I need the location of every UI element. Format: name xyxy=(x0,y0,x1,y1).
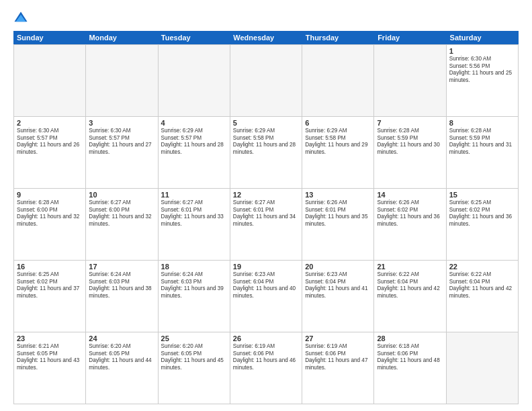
calendar-row-1: 2Sunrise: 6:30 AM Sunset: 5:57 PM Daylig… xyxy=(14,117,519,189)
day-info: Sunrise: 6:22 AM Sunset: 6:04 PM Dayligh… xyxy=(377,271,443,300)
calendar-cell: 18Sunrise: 6:24 AM Sunset: 6:03 PM Dayli… xyxy=(159,261,230,332)
day-number: 23 xyxy=(17,334,83,342)
day-number: 13 xyxy=(305,191,371,199)
day-info: Sunrise: 6:30 AM Sunset: 5:57 PM Dayligh… xyxy=(17,128,83,156)
calendar-row-2: 9Sunrise: 6:28 AM Sunset: 6:00 PM Daylig… xyxy=(14,189,519,261)
day-info: Sunrise: 6:19 AM Sunset: 6:06 PM Dayligh… xyxy=(233,343,299,372)
calendar-cell xyxy=(302,45,374,116)
calendar-cell: 12Sunrise: 6:27 AM Sunset: 6:01 PM Dayli… xyxy=(230,189,302,260)
calendar-cell: 19Sunrise: 6:23 AM Sunset: 6:04 PM Dayli… xyxy=(230,261,302,332)
day-number: 22 xyxy=(449,263,515,271)
day-number: 25 xyxy=(161,334,227,342)
calendar-cell xyxy=(447,332,519,404)
day-info: Sunrise: 6:28 AM Sunset: 6:00 PM Dayligh… xyxy=(17,199,83,228)
day-number: 8 xyxy=(449,119,515,127)
calendar-cell: 20Sunrise: 6:23 AM Sunset: 6:04 PM Dayli… xyxy=(302,261,374,332)
header-day-tuesday: Tuesday xyxy=(158,31,230,44)
day-number: 14 xyxy=(377,191,443,199)
calendar-cell: 21Sunrise: 6:22 AM Sunset: 6:04 PM Dayli… xyxy=(374,261,446,332)
day-info: Sunrise: 6:30 AM Sunset: 5:57 PM Dayligh… xyxy=(89,128,154,156)
calendar-cell: 8Sunrise: 6:28 AM Sunset: 5:59 PM Daylig… xyxy=(447,117,519,188)
calendar-cell: 23Sunrise: 6:21 AM Sunset: 6:05 PM Dayli… xyxy=(14,332,86,404)
day-number: 3 xyxy=(89,119,154,127)
day-info: Sunrise: 6:20 AM Sunset: 6:05 PM Dayligh… xyxy=(161,343,227,372)
day-info: Sunrise: 6:26 AM Sunset: 6:02 PM Dayligh… xyxy=(377,199,443,228)
day-info: Sunrise: 6:25 AM Sunset: 6:02 PM Dayligh… xyxy=(17,271,83,300)
calendar-cell: 13Sunrise: 6:26 AM Sunset: 6:01 PM Dayli… xyxy=(302,189,374,260)
day-info: Sunrise: 6:30 AM Sunset: 5:56 PM Dayligh… xyxy=(449,56,515,85)
logo-icon xyxy=(13,11,28,26)
day-info: Sunrise: 6:26 AM Sunset: 6:01 PM Dayligh… xyxy=(305,199,371,228)
calendar-body: 1Sunrise: 6:30 AM Sunset: 5:56 PM Daylig… xyxy=(13,44,519,404)
calendar-header: SundayMondayTuesdayWednesdayThursdayFrid… xyxy=(13,31,519,44)
day-number: 28 xyxy=(377,334,443,342)
day-number: 12 xyxy=(233,191,299,199)
calendar-cell: 26Sunrise: 6:19 AM Sunset: 6:06 PM Dayli… xyxy=(230,332,302,404)
day-number: 7 xyxy=(377,119,443,127)
day-number: 10 xyxy=(89,191,154,199)
calendar-cell xyxy=(374,45,446,116)
day-number: 21 xyxy=(377,263,443,271)
day-number: 24 xyxy=(89,334,154,342)
day-info: Sunrise: 6:18 AM Sunset: 6:06 PM Dayligh… xyxy=(377,343,443,372)
calendar-cell: 5Sunrise: 6:29 AM Sunset: 5:58 PM Daylig… xyxy=(230,117,302,188)
calendar-cell: 15Sunrise: 6:25 AM Sunset: 6:02 PM Dayli… xyxy=(447,189,519,260)
calendar-cell: 4Sunrise: 6:29 AM Sunset: 5:57 PM Daylig… xyxy=(159,117,230,188)
day-number: 6 xyxy=(305,119,371,127)
day-info: Sunrise: 6:22 AM Sunset: 6:04 PM Dayligh… xyxy=(449,271,515,300)
calendar-cell xyxy=(14,45,86,116)
day-number: 2 xyxy=(17,119,83,127)
calendar-cell: 16Sunrise: 6:25 AM Sunset: 6:02 PM Dayli… xyxy=(14,261,86,332)
calendar-cell: 28Sunrise: 6:18 AM Sunset: 6:06 PM Dayli… xyxy=(374,332,446,404)
day-info: Sunrise: 6:29 AM Sunset: 5:58 PM Dayligh… xyxy=(305,128,371,156)
calendar-row-3: 16Sunrise: 6:25 AM Sunset: 6:02 PM Dayli… xyxy=(14,261,519,332)
day-info: Sunrise: 6:27 AM Sunset: 6:01 PM Dayligh… xyxy=(233,199,299,228)
calendar-cell: 14Sunrise: 6:26 AM Sunset: 6:02 PM Dayli… xyxy=(374,189,446,260)
calendar-cell xyxy=(86,45,158,116)
day-number: 20 xyxy=(305,263,371,271)
day-number: 9 xyxy=(17,191,83,199)
header-day-thursday: Thursday xyxy=(302,31,374,44)
calendar-row-0: 1Sunrise: 6:30 AM Sunset: 5:56 PM Daylig… xyxy=(14,45,519,117)
day-info: Sunrise: 6:23 AM Sunset: 6:04 PM Dayligh… xyxy=(305,271,371,300)
page: SundayMondayTuesdayWednesdayThursdayFrid… xyxy=(0,0,532,411)
calendar-cell: 7Sunrise: 6:28 AM Sunset: 5:59 PM Daylig… xyxy=(374,117,446,188)
header-day-friday: Friday xyxy=(374,31,446,44)
header-day-sunday: Sunday xyxy=(13,31,85,44)
day-number: 26 xyxy=(233,334,299,342)
day-number: 4 xyxy=(161,119,227,127)
day-number: 18 xyxy=(161,263,227,271)
day-info: Sunrise: 6:25 AM Sunset: 6:02 PM Dayligh… xyxy=(449,199,515,228)
header-day-saturday: Saturday xyxy=(447,31,519,44)
calendar-cell: 3Sunrise: 6:30 AM Sunset: 5:57 PM Daylig… xyxy=(86,117,158,188)
logo xyxy=(13,11,30,26)
day-info: Sunrise: 6:29 AM Sunset: 5:57 PM Dayligh… xyxy=(161,128,227,156)
calendar-cell: 1Sunrise: 6:30 AM Sunset: 5:56 PM Daylig… xyxy=(447,45,519,116)
day-number: 19 xyxy=(233,263,299,271)
calendar-cell xyxy=(159,45,230,116)
calendar-cell: 25Sunrise: 6:20 AM Sunset: 6:05 PM Dayli… xyxy=(159,332,230,404)
day-info: Sunrise: 6:28 AM Sunset: 5:59 PM Dayligh… xyxy=(377,128,443,156)
calendar-cell: 22Sunrise: 6:22 AM Sunset: 6:04 PM Dayli… xyxy=(447,261,519,332)
header-day-monday: Monday xyxy=(85,31,157,44)
calendar-cell: 9Sunrise: 6:28 AM Sunset: 6:00 PM Daylig… xyxy=(14,189,86,260)
day-info: Sunrise: 6:23 AM Sunset: 6:04 PM Dayligh… xyxy=(233,271,299,300)
day-info: Sunrise: 6:27 AM Sunset: 6:00 PM Dayligh… xyxy=(89,199,154,228)
calendar-cell: 2Sunrise: 6:30 AM Sunset: 5:57 PM Daylig… xyxy=(14,117,86,188)
day-info: Sunrise: 6:24 AM Sunset: 6:03 PM Dayligh… xyxy=(89,271,154,300)
day-info: Sunrise: 6:28 AM Sunset: 5:59 PM Dayligh… xyxy=(449,128,515,156)
calendar: SundayMondayTuesdayWednesdayThursdayFrid… xyxy=(13,31,519,404)
day-number: 5 xyxy=(233,119,299,127)
calendar-row-4: 23Sunrise: 6:21 AM Sunset: 6:05 PM Dayli… xyxy=(14,332,519,404)
day-number: 11 xyxy=(161,191,227,199)
day-info: Sunrise: 6:27 AM Sunset: 6:01 PM Dayligh… xyxy=(161,199,227,228)
calendar-cell: 11Sunrise: 6:27 AM Sunset: 6:01 PM Dayli… xyxy=(159,189,230,260)
day-info: Sunrise: 6:20 AM Sunset: 6:05 PM Dayligh… xyxy=(89,343,154,372)
header xyxy=(13,11,519,26)
day-info: Sunrise: 6:21 AM Sunset: 6:05 PM Dayligh… xyxy=(17,343,83,372)
day-number: 17 xyxy=(89,263,154,271)
calendar-cell: 17Sunrise: 6:24 AM Sunset: 6:03 PM Dayli… xyxy=(86,261,158,332)
day-info: Sunrise: 6:19 AM Sunset: 6:06 PM Dayligh… xyxy=(305,343,371,372)
day-number: 1 xyxy=(449,47,515,55)
calendar-cell: 6Sunrise: 6:29 AM Sunset: 5:58 PM Daylig… xyxy=(302,117,374,188)
